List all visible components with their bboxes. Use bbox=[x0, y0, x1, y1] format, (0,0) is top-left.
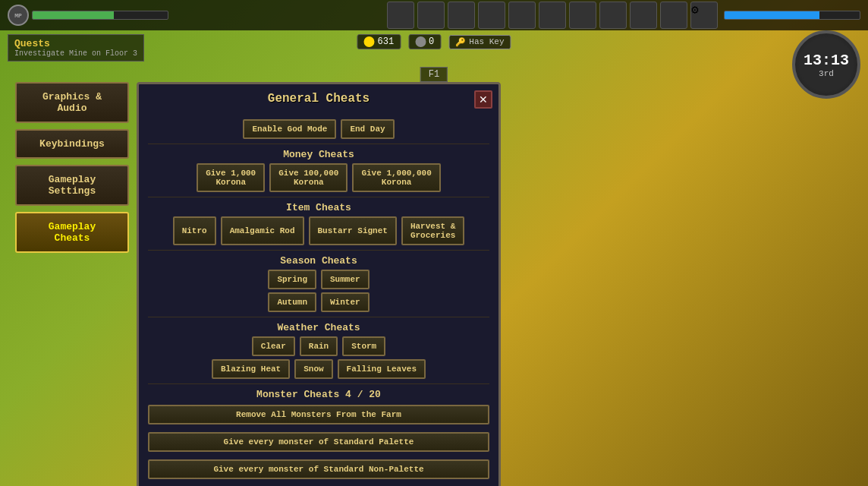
secondary-icon bbox=[415, 36, 426, 47]
hud-icon-8 bbox=[599, 2, 627, 29]
left-sidebar: Graphics &Audio Keybindings GameplaySett… bbox=[15, 82, 129, 253]
clear-button[interactable]: Clear bbox=[252, 336, 295, 356]
snow-button[interactable]: Snow bbox=[294, 359, 332, 379]
sidebar-item-gameplay-settings[interactable]: GameplaySettings bbox=[15, 165, 129, 206]
general-cheats-section: Enable God Mode End Day bbox=[148, 119, 489, 139]
xp-fill bbox=[725, 11, 819, 19]
hud-icon-10 bbox=[660, 2, 687, 29]
weather-buttons-row1: Clear Rain Storm bbox=[148, 336, 489, 356]
season-buttons-row2: Autumn Winter bbox=[148, 292, 489, 312]
f1-label: F1 bbox=[420, 67, 448, 82]
gold-display: 631 bbox=[357, 34, 401, 49]
season-cheats-section: Season Cheats Spring Summer Autumn Winte… bbox=[148, 255, 489, 312]
hud-right bbox=[724, 11, 860, 20]
divider-1 bbox=[148, 144, 489, 144]
weather-cheats-section: Weather Cheats Clear Rain Storm Blazing … bbox=[148, 322, 489, 379]
quest-panel: Quests Investigate Mine on Floor 3 bbox=[8, 34, 144, 62]
summer-button[interactable]: Summer bbox=[321, 270, 370, 289]
rain-button[interactable]: Rain bbox=[300, 336, 338, 356]
weather-cheats-label: Weather Cheats bbox=[148, 322, 489, 333]
remove-all-monsters-button[interactable]: Remove All Monsters From the Farm bbox=[148, 405, 489, 424]
quest-title: Quests bbox=[14, 38, 137, 49]
monster-cheats-label: Monster Cheats 4 / 20 bbox=[148, 389, 489, 400]
clock-container: 13:13 3rd bbox=[792, 30, 860, 99]
hud-icon-9 bbox=[630, 2, 657, 29]
divider-2 bbox=[148, 197, 489, 197]
cheats-dialog: General Cheats ✕ Enable God Mode End Day… bbox=[137, 82, 501, 486]
give-100000-button[interactable]: Give 100,000Korona bbox=[269, 163, 348, 192]
falling-leaves-button[interactable]: Falling Leaves bbox=[338, 359, 426, 379]
spring-button[interactable]: Spring bbox=[268, 270, 316, 289]
top-hud: MP ⚙ bbox=[0, 0, 868, 30]
dialog-title: General Cheats bbox=[268, 92, 370, 106]
quest-subtitle: Investigate Mine on Floor 3 bbox=[14, 49, 137, 58]
clock-day: 3rd bbox=[819, 69, 834, 78]
sidebar-item-graphics-audio[interactable]: Graphics &Audio bbox=[15, 82, 129, 123]
item-cheats-section: Item Cheats Nitro Amalgamic Rod Bustarr … bbox=[148, 202, 489, 245]
sidebar-item-keybindings[interactable]: Keybindings bbox=[15, 129, 129, 159]
weather-buttons-row2: Blazing Heat Snow Falling Leaves bbox=[148, 359, 489, 379]
monster-cheats-section: Monster Cheats 4 / 20 Remove All Monster… bbox=[148, 389, 489, 481]
currency-bar: 631 0 🔑 Has Key bbox=[357, 34, 511, 49]
bustarr-signet-button[interactable]: Bustarr Signet bbox=[309, 216, 397, 245]
hp-bar bbox=[32, 11, 168, 20]
winter-button[interactable]: Winter bbox=[321, 292, 370, 312]
has-key-label: Has Key bbox=[469, 37, 504, 46]
has-key-badge: 🔑 Has Key bbox=[448, 35, 511, 49]
close-button[interactable]: ✕ bbox=[474, 90, 492, 109]
harvest-groceries-button[interactable]: Harvest &Groceries bbox=[401, 216, 464, 245]
hud-icons: ⚙ bbox=[387, 2, 718, 29]
xp-bar bbox=[724, 11, 860, 20]
give-1000-button[interactable]: Give 1,000Korona bbox=[197, 163, 265, 192]
divider-4 bbox=[148, 317, 489, 317]
give-every-monster-non-standard-button[interactable]: Give every monster of Standard Non-Palet… bbox=[148, 459, 489, 479]
secondary-amount: 0 bbox=[429, 36, 434, 47]
sidebar-item-gameplay-cheats[interactable]: GameplayCheats bbox=[15, 212, 129, 253]
clock-time: 13:13 bbox=[804, 52, 849, 69]
money-cheats-section: Money Cheats Give 1,000Korona Give 100,0… bbox=[148, 149, 489, 192]
hp-fill bbox=[33, 11, 114, 19]
hud-icon-6 bbox=[539, 2, 566, 29]
hud-icon-1 bbox=[387, 2, 414, 29]
key-icon: 🔑 bbox=[455, 37, 466, 47]
end-day-button[interactable]: End Day bbox=[341, 119, 394, 139]
money-buttons: Give 1,000Korona Give 100,000Korona Give… bbox=[148, 163, 489, 192]
dialog-body: Enable God Mode End Day Money Cheats Giv… bbox=[139, 113, 498, 486]
blazing-heat-button[interactable]: Blazing Heat bbox=[212, 359, 290, 379]
nitro-button[interactable]: Nitro bbox=[173, 216, 216, 245]
secondary-currency: 0 bbox=[408, 34, 441, 49]
mp-icon: MP bbox=[8, 5, 29, 26]
hud-icon-3 bbox=[448, 2, 475, 29]
enable-god-mode-button[interactable]: Enable God Mode bbox=[243, 119, 336, 139]
item-cheats-label: Item Cheats bbox=[148, 202, 489, 213]
hud-icon-7 bbox=[569, 2, 596, 29]
hud-icon-2 bbox=[417, 2, 445, 29]
give-1000000-button[interactable]: Give 1,000,000Korona bbox=[352, 163, 440, 192]
clock: 13:13 3rd bbox=[792, 30, 860, 99]
gold-amount: 631 bbox=[377, 36, 394, 47]
monster-buttons: Remove All Monsters From the Farm Give e… bbox=[148, 403, 489, 481]
dialog-header: General Cheats ✕ bbox=[139, 84, 498, 113]
storm-button[interactable]: Storm bbox=[342, 336, 385, 356]
divider-3 bbox=[148, 250, 489, 251]
amalgamic-rod-button[interactable]: Amalgamic Rod bbox=[221, 216, 304, 245]
hud-icon-5 bbox=[508, 2, 536, 29]
divider-5 bbox=[148, 383, 489, 384]
mp-bar: MP bbox=[8, 5, 168, 26]
season-cheats-label: Season Cheats bbox=[148, 255, 489, 267]
money-cheats-label: Money Cheats bbox=[148, 149, 489, 160]
season-buttons-row1: Spring Summer bbox=[148, 270, 489, 289]
hud-icon-4 bbox=[478, 2, 505, 29]
autumn-button[interactable]: Autumn bbox=[268, 292, 316, 312]
hud-icon-gear: ⚙ bbox=[690, 2, 718, 29]
give-every-monster-standard-button[interactable]: Give every monster of Standard Palette bbox=[148, 432, 489, 452]
item-buttons: Nitro Amalgamic Rod Bustarr Signet Harve… bbox=[148, 216, 489, 245]
gold-icon bbox=[363, 36, 374, 47]
general-buttons: Enable God Mode End Day bbox=[148, 119, 489, 139]
